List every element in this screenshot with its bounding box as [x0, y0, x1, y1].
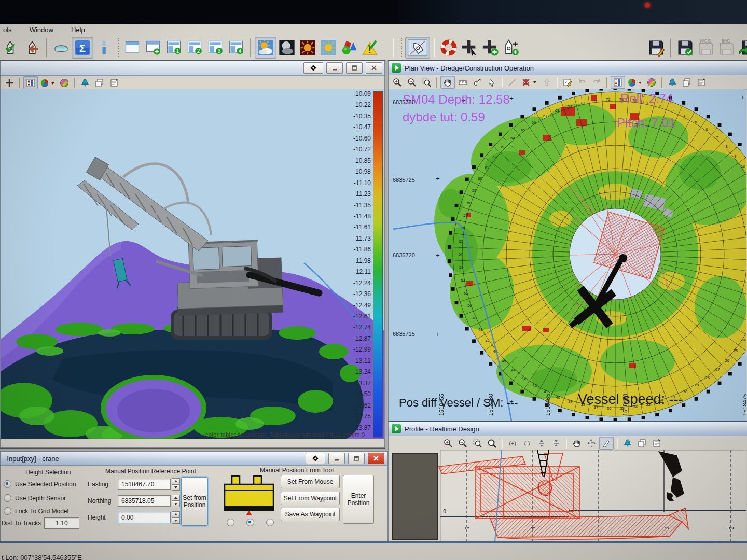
- dist-to-tracks-input[interactable]: 1.10: [44, 517, 79, 529]
- warning-check-icon[interactable]: !: [359, 37, 380, 58]
- vessel-back-arrow-icon[interactable]: [22, 37, 43, 58]
- plan-viewport[interactable]: 1234567891011121314151617181920212223242…: [389, 89, 746, 421]
- height-input[interactable]: 0.00: [118, 512, 171, 523]
- set-from-waypoint-button[interactable]: Set From Waypoint: [281, 492, 340, 505]
- restore-icon[interactable]: [346, 62, 363, 74]
- window-new-icon[interactable]: [122, 37, 143, 58]
- day-mode-icon[interactable]: [255, 37, 276, 59]
- set-from-mouse-button[interactable]: Set From Mouse: [281, 475, 340, 488]
- target-add-icon[interactable]: [480, 37, 501, 58]
- target-cursor-icon[interactable]: [459, 37, 480, 58]
- easting-input[interactable]: 1518467.70: [118, 479, 171, 490]
- copy-view-icon[interactable]: [680, 76, 694, 88]
- redo-icon[interactable]: [590, 76, 603, 88]
- alarm-icon[interactable]: [621, 437, 634, 449]
- close-icon[interactable]: [368, 453, 384, 464]
- properties-icon[interactable]: [650, 437, 663, 449]
- add-target-icon[interactable]: [3, 77, 16, 89]
- shapes-3d-icon[interactable]: [339, 37, 359, 58]
- ruler-icon[interactable]: [456, 76, 469, 88]
- restore-icon[interactable]: [348, 453, 365, 464]
- shrink-v-icon[interactable]: [549, 437, 563, 449]
- layout-2-icon[interactable]: 2: [184, 37, 205, 58]
- paint-sphere-icon[interactable]: [645, 76, 658, 88]
- plan-titlebar[interactable]: Plan View - Dredge/Construction Operatio…: [389, 61, 747, 75]
- save-wcs-icon[interactable]: WCS: [696, 37, 716, 58]
- height-stepper[interactable]: [172, 511, 180, 524]
- line-icon[interactable]: [506, 76, 519, 88]
- save-edit-icon[interactable]: [646, 37, 667, 58]
- minimize-icon[interactable]: [328, 453, 345, 464]
- view3d-titlebar[interactable]: [1, 61, 384, 76]
- layout-1-icon[interactable]: 1: [163, 37, 184, 58]
- color-scale-icon[interactable]: [611, 76, 625, 89]
- vessel-track-icon[interactable]: [405, 37, 430, 59]
- echosounder-icon[interactable]: [51, 37, 72, 58]
- undo-icon[interactable]: [575, 76, 589, 88]
- view3d-viewport[interactable]: -10.09-10.22-10.35-10.47-10.60-10.72-10.…: [1, 89, 384, 439]
- properties-icon[interactable]: [107, 77, 121, 89]
- sun-blue-icon[interactable]: [318, 37, 339, 58]
- profile-viewport[interactable]: (+) (-) AUTO: [389, 436, 746, 542]
- paint-sphere-icon[interactable]: [58, 77, 71, 89]
- zoom-in-icon[interactable]: [441, 437, 455, 449]
- pointer-icon[interactable]: [485, 76, 499, 88]
- zoom-window-icon[interactable]: [420, 76, 433, 88]
- zoom-in-icon[interactable]: [391, 76, 404, 88]
- save-as-waypoint-button[interactable]: Save As Waypoint: [281, 508, 340, 521]
- enter-position-button[interactable]: Enter Position: [343, 475, 374, 524]
- easting-stepper[interactable]: [172, 478, 180, 491]
- set-from-position-button[interactable]: Set from Position: [181, 477, 208, 526]
- tool-ref-left-radio[interactable]: [227, 519, 234, 526]
- pan-hand-icon[interactable]: [570, 437, 584, 449]
- menu-window[interactable]: Window: [27, 25, 56, 34]
- radio-lock-to-grid-model[interactable]: Lock To Grid Model: [4, 507, 68, 515]
- alarm-icon[interactable]: [78, 77, 92, 89]
- copy-view-icon[interactable]: [635, 437, 649, 449]
- zoom-out-icon[interactable]: [456, 437, 469, 449]
- zoom-extents-icon[interactable]: [485, 437, 499, 449]
- save-export-icon[interactable]: [737, 37, 747, 58]
- alarm-icon[interactable]: [666, 76, 679, 88]
- zoom-window-icon[interactable]: [471, 437, 484, 449]
- tool-ref-right-radio[interactable]: [266, 519, 274, 526]
- minimize-icon[interactable]: [326, 62, 343, 74]
- properties-icon[interactable]: [695, 76, 708, 88]
- menu-tools[interactable]: ols: [1, 25, 14, 34]
- sigma-icon[interactable]: Σ: [72, 37, 93, 59]
- pan-hand-icon[interactable]: [440, 76, 455, 89]
- northing-stepper[interactable]: [172, 495, 180, 507]
- save-img-icon[interactable]: IMG: [716, 37, 737, 58]
- crane-titlebar[interactable]: -Input[pxy] - crane: [1, 452, 387, 466]
- expand-h-icon[interactable]: (+): [506, 437, 519, 449]
- layout-4-icon[interactable]: 4: [226, 37, 246, 58]
- northing-input[interactable]: 6835718.05: [118, 495, 171, 507]
- menu-help[interactable]: Help: [69, 25, 87, 34]
- sun-red-icon[interactable]: [297, 37, 318, 58]
- save-check-icon[interactable]: [675, 37, 696, 58]
- vessel-add-icon[interactable]: [501, 37, 521, 58]
- pen-icon[interactable]: [599, 437, 614, 450]
- profile-titlebar[interactable]: Profile - Realtime Design: [389, 422, 747, 436]
- shrink-h-icon[interactable]: (-): [520, 437, 534, 449]
- lifering-icon[interactable]: [438, 37, 459, 58]
- move-up-icon[interactable]: [540, 76, 554, 88]
- auto-center-icon[interactable]: AUTO: [585, 437, 598, 449]
- expand-v-icon[interactable]: [535, 437, 548, 449]
- color-wheel-icon[interactable]: [39, 77, 57, 89]
- layout-3-icon[interactable]: 3: [205, 37, 226, 58]
- zoom-out-icon[interactable]: [405, 76, 419, 88]
- night-mode-icon[interactable]: [276, 37, 297, 58]
- device-tree-icon[interactable]: [93, 37, 114, 58]
- anchor-off-icon[interactable]: [520, 76, 539, 88]
- dock-icon[interactable]: [306, 453, 325, 464]
- radio-use-selected-position[interactable]: Use Selected Position: [4, 480, 76, 488]
- radio-use-depth-sensor[interactable]: Use Depth Sensor: [4, 494, 66, 502]
- color-wheel-icon[interactable]: [626, 76, 644, 88]
- tool-ref-center-radio[interactable]: [246, 519, 254, 526]
- copy-view-icon[interactable]: [93, 77, 106, 89]
- edit-area-icon[interactable]: [561, 76, 574, 88]
- dock-icon[interactable]: [303, 62, 323, 74]
- close-icon[interactable]: [366, 62, 382, 74]
- window-add-icon[interactable]: [143, 37, 163, 58]
